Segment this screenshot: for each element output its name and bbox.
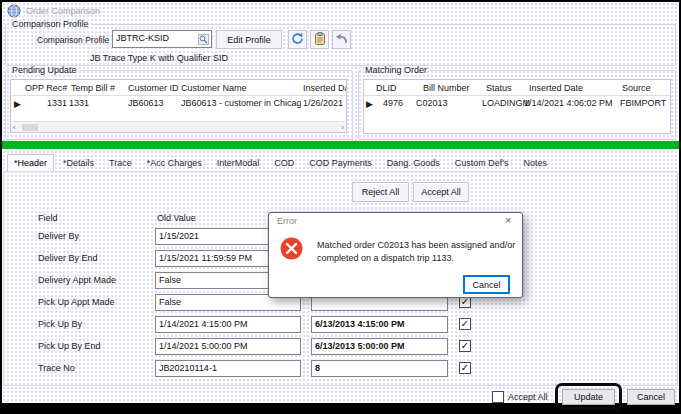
tab-notes[interactable]: Notes [518, 155, 554, 171]
pending-cell[interactable]: JB60613 [128, 98, 164, 108]
field-label: Delivery Appt Made [38, 275, 116, 286]
pending-cell[interactable]: 1331 [47, 98, 67, 108]
row-accept-checkbox[interactable]: ✓ [459, 340, 471, 352]
tab-details[interactable]: *Details [57, 155, 100, 171]
row-selector-icon: ▶ [14, 99, 21, 109]
error-dialog-title: Error [277, 216, 297, 226]
dialog-cancel-button[interactable]: Cancel [463, 275, 510, 294]
error-message-line1: Matched order C02013 has been assigned a… [317, 240, 515, 251]
pending-update-legend: Pending Update [9, 65, 80, 75]
pending-col-header[interactable]: Temp Bill # [71, 83, 115, 93]
progress-bar [2, 141, 679, 149]
new-value-input[interactable]: 8 [311, 360, 448, 377]
old-value-input[interactable]: 1/14/2021 4:15:00 PM [155, 316, 301, 333]
pending-col-header[interactable]: Customer Name [181, 83, 247, 93]
update-button[interactable]: Update [562, 389, 615, 405]
pending-cell[interactable]: 1/26/2021 11:1 [303, 98, 347, 108]
field-label: Trace No [38, 363, 75, 374]
field-label: Pick Up By End [38, 341, 101, 352]
comparison-profile-input[interactable]: JBTRC-KSID [112, 30, 212, 48]
undo-icon [335, 31, 348, 49]
pending-cell[interactable]: JB60613 - customer in Chicago [181, 98, 301, 108]
error-message-line2: completed on a dispatch trip 1133. [317, 253, 454, 264]
tab-dang-goods[interactable]: Dang. Goods [381, 155, 446, 171]
comparison-profile-label: Comparison Profile [37, 35, 109, 45]
field-label: Deliver By End [38, 253, 98, 264]
refresh-button[interactable] [288, 30, 307, 49]
paste-button[interactable] [310, 30, 329, 49]
tab-custom-defs[interactable]: Custom Def's [449, 155, 515, 171]
matching-cell[interactable]: 4976 [383, 98, 403, 108]
comparison-profile-legend: Comparison Profile [9, 19, 92, 29]
accept-all-checkbox[interactable] [492, 391, 504, 403]
old-value-input[interactable]: 1/14/2021 5:00:00 PM [155, 338, 301, 355]
tab-acc-charges[interactable]: *Acc Charges [141, 155, 208, 171]
old-value-input[interactable]: JB20210114-1 [155, 360, 301, 377]
field-column-header: Field [38, 213, 58, 224]
field-label: Pick Up By [38, 319, 82, 330]
tab-cod[interactable]: COD [268, 155, 300, 171]
window-title: Order Comparison [26, 6, 100, 17]
order-comparison-window: Order Comparison Comparison Profile Comp… [0, 0, 681, 414]
profile-description: JB Trace Type K with Qualifier SID [90, 53, 228, 64]
matching-col-header[interactable]: Status [486, 83, 512, 93]
lookup-icon[interactable] [198, 34, 209, 47]
row-accept-checkbox[interactable]: ✓ [459, 318, 471, 330]
reject-all-button[interactable]: Reject All [352, 182, 409, 202]
scroll-right-icon[interactable]: › [341, 123, 346, 132]
refresh-icon [291, 31, 304, 49]
cancel-button[interactable]: Cancel [627, 389, 675, 405]
pending-col-header[interactable]: OPP Rec# [25, 83, 67, 93]
accept-all-button[interactable]: Accept All [413, 182, 469, 202]
row-selector-icon: ▶ [366, 99, 373, 109]
error-icon [280, 237, 303, 264]
row-accept-checkbox[interactable]: ✓ [459, 362, 471, 374]
edit-profile-button[interactable]: Edit Profile [216, 30, 282, 49]
paste-icon [314, 31, 326, 49]
pending-horizontal-scrollbar[interactable]: ‹ › [11, 121, 346, 132]
matching-cell[interactable]: LOADINGM [482, 98, 530, 108]
accept-all-label: Accept All [508, 392, 548, 403]
tab-trace[interactable]: Trace [103, 155, 138, 171]
matching-col-header[interactable]: Bill Number [423, 83, 470, 93]
undo-button[interactable] [332, 30, 351, 49]
tab-header[interactable]: *Header [7, 154, 54, 171]
matching-order-legend: Matching Order [362, 65, 430, 75]
error-dialog: Error × Matched order C02013 has been as… [268, 212, 523, 298]
matching-cell[interactable]: C02013 [416, 98, 448, 108]
pending-col-header[interactable]: Customer ID [128, 83, 179, 93]
new-value-input[interactable]: 6/13/2013 4:15:00 PM [311, 316, 448, 333]
pending-col-header[interactable]: Inserted Date [303, 83, 347, 93]
matching-cell[interactable]: FBIMPORT [620, 98, 666, 108]
matching-col-header[interactable]: Source [622, 83, 651, 93]
tab-cod-payments[interactable]: COD Payments [303, 155, 378, 171]
close-icon[interactable]: × [505, 214, 511, 226]
tab-strip: *Header *Details Trace *Acc Charges Inte… [3, 150, 678, 171]
new-value-input[interactable]: 6/13/2013 5:00:00 PM [311, 338, 448, 355]
matching-col-header[interactable]: DLID [376, 83, 397, 93]
scrollbar-thumb[interactable] [22, 124, 38, 131]
scroll-left-icon[interactable]: ‹ [11, 123, 16, 132]
field-label: Deliver By [38, 231, 79, 242]
old-value-column-header: Old Value [157, 213, 196, 224]
field-label: Pick Up Appt Made [38, 297, 115, 308]
pending-cell[interactable]: 1331 [69, 98, 89, 108]
matching-col-header[interactable]: Inserted Date [529, 83, 583, 93]
matching-order-grid[interactable]: DLID Bill Number Status Inserted Date So… [363, 79, 671, 134]
matching-cell[interactable]: 1/14/2021 4:06:02 PM [524, 98, 613, 108]
tab-intermodal[interactable]: InterModal [211, 155, 266, 171]
